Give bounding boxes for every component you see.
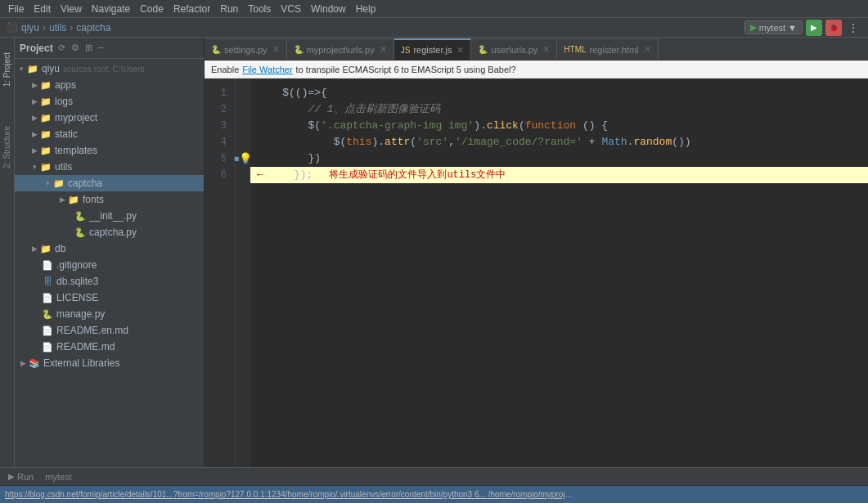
status-link[interactable]: https://blog.csdn.net/fomip/article/deta… — [5, 490, 578, 499]
user-urls-tab-label: user\urls.py — [491, 45, 537, 55]
apps-label: apps — [55, 79, 76, 91]
user-urls-tab-close[interactable]: ✕ — [542, 44, 550, 55]
utils-label: utils — [55, 161, 72, 173]
menu-code[interactable]: Code — [135, 3, 169, 15]
gutter-4 — [237, 134, 249, 150]
tab-settings[interactable]: 🐍 settings.py ✕ — [205, 38, 287, 60]
logs-label: logs — [55, 96, 73, 107]
l4-indent — [257, 134, 334, 150]
captcha-py-icon: 🐍 — [74, 226, 87, 239]
tree-item-myproject[interactable]: ▶ 📁 myproject — [15, 110, 204, 126]
menu-vcs[interactable]: VCS — [276, 3, 306, 15]
gitignore-label: .gitignore — [56, 259, 97, 271]
static-folder-icon: 📁 — [39, 128, 52, 141]
tree-item-captcha-py[interactable]: 🐍 captcha.py — [15, 224, 204, 240]
static-label: static — [55, 128, 78, 140]
breadcrumb-app[interactable]: qiyu — [21, 22, 39, 34]
sync-icon[interactable]: ⟳ — [56, 42, 67, 54]
expand-icon[interactable]: ⊞ — [83, 42, 94, 54]
tree-item-license[interactable]: 📄 LICENSE — [15, 290, 204, 306]
tree-item-apps[interactable]: ▶ 📁 apps — [15, 77, 204, 93]
tree-item-logs[interactable]: ▶ 📁 logs — [15, 93, 204, 110]
tree-item-gitignore[interactable]: 📄 .gitignore — [15, 257, 204, 273]
more-button[interactable]: ⋮ — [845, 20, 861, 36]
debug-button[interactable]: 🐞 — [825, 20, 842, 36]
code-line-4: $(this).attr('src','/image_code/?rand=' … — [250, 134, 868, 150]
l1-paren: (( — [289, 85, 302, 101]
logs-folder-icon: 📁 — [39, 95, 52, 108]
line-num-4: 4 — [205, 134, 230, 150]
tree-item-templates[interactable]: ▶ 📁 templates — [15, 142, 204, 159]
db-folder-icon: 📁 — [39, 242, 52, 255]
line-num-5: 5 — [205, 150, 230, 167]
mytest-tab-label: mytest — [45, 472, 71, 482]
menu-window[interactable]: Window — [306, 3, 351, 15]
tree-item-manage[interactable]: 🐍 manage.py — [15, 306, 204, 322]
tree-item-ext-libs[interactable]: ▶ 📚 External Libraries — [15, 355, 204, 371]
bottom-tab-mytest[interactable]: mytest — [40, 470, 76, 483]
menu-edit[interactable]: Edit — [29, 3, 56, 15]
tree-item-db[interactable]: ▶ 📁 db — [15, 240, 204, 257]
structure-panel-toggle[interactable]: 2: Structure — [1, 123, 13, 172]
settings-tab-close[interactable]: ✕ — [272, 44, 280, 55]
tree-item-fonts[interactable]: ▶ 📁 fonts — [15, 191, 204, 208]
tab-user-urls[interactable]: 🐍 user\urls.py ✕ — [471, 38, 557, 60]
menu-view[interactable]: View — [56, 3, 87, 15]
tree-item-static[interactable]: ▶ 📁 static — [15, 126, 204, 142]
tree-item-captcha[interactable]: ▾ 📁 captcha — [15, 175, 204, 191]
run-button[interactable]: ▶ — [806, 20, 822, 36]
tab-register-js[interactable]: JS register.js ✕ — [394, 38, 472, 60]
tab-urls[interactable]: 🐍 myproject\urls.py ✕ — [287, 38, 394, 60]
code-content[interactable]: $(()=>{ // 1、点击刷新图像验证码 $('.captcha-graph… — [250, 79, 868, 467]
l1-arrow: )=> — [302, 85, 321, 101]
urls-tab-close[interactable]: ✕ — [380, 44, 387, 55]
tree-item-readme[interactable]: 📄 README.md — [15, 339, 204, 355]
run-config-icon: ▶ — [750, 22, 757, 33]
bottom-tab-run[interactable]: ▶ Run — [3, 470, 38, 483]
ext-libs-label: External Libraries — [43, 357, 119, 369]
tree-item-utils[interactable]: ▾ 📁 utils — [15, 159, 204, 175]
register-html-tab-icon: HTML — [564, 45, 586, 54]
register-html-tab-close[interactable]: ✕ — [644, 44, 651, 55]
fonts-folder-icon: 📁 — [67, 193, 80, 206]
sqlite-label: db.sqlite3 — [56, 276, 98, 287]
tree-item-sqlite[interactable]: 🗄 db.sqlite3 — [15, 273, 204, 290]
code-line-3: $('.captcha-graph-img img').click(functi… — [250, 118, 868, 134]
gutter-3 — [237, 118, 249, 134]
root-sub: sources root, C:\Users — [63, 65, 144, 74]
register-js-tab-close[interactable]: ✕ — [456, 45, 464, 56]
run-config-dropdown-icon: ▼ — [788, 23, 797, 33]
code-line-1: $(()=>{ — [250, 85, 868, 101]
license-label: LICENSE — [56, 292, 98, 303]
l1-indent — [257, 85, 282, 101]
fonts-arrow-icon: ▶ — [57, 195, 67, 204]
menu-file[interactable]: File — [3, 3, 29, 15]
run-config-selector[interactable]: ▶ mytest ▼ — [744, 20, 803, 34]
menu-refactor[interactable]: Refactor — [169, 3, 215, 15]
l3-function: function — [525, 118, 576, 134]
tab-register-html[interactable]: HTML register.html ✕ — [557, 38, 658, 60]
tree-item-readme-en[interactable]: 📄 README.en.md — [15, 322, 204, 339]
menu-tools[interactable]: Tools — [243, 3, 276, 15]
file-watcher-link[interactable]: File Watcher — [242, 65, 292, 74]
collapse-icon[interactable]: ─ — [97, 42, 106, 54]
gitignore-icon: 📄 — [41, 258, 54, 272]
tree-root[interactable]: ▾ 📁 qiyu sources root, C:\Users — [15, 61, 204, 77]
static-arrow-icon: ▶ — [29, 130, 39, 138]
line-num-3: 3 — [205, 118, 230, 134]
menu-run[interactable]: Run — [215, 3, 243, 15]
menu-help[interactable]: Help — [351, 3, 381, 15]
init-py-icon: 🐍 — [74, 209, 87, 222]
breadcrumb-captcha[interactable]: captcha — [76, 22, 110, 34]
panel-title: Project — [20, 43, 53, 54]
menu-navigate[interactable]: Navigate — [87, 3, 135, 15]
breadcrumb-utils[interactable]: utils — [49, 22, 66, 34]
l3-dollar: $ — [308, 118, 314, 134]
settings-tab-label: settings.py — [224, 45, 268, 55]
project-panel-toggle[interactable]: 1: Project — [1, 49, 13, 90]
run-config-label: mytest — [759, 23, 785, 33]
tree-item-init[interactable]: 🐍 __init__.py — [15, 208, 204, 224]
l1-dollar: $ — [282, 85, 289, 101]
db-arrow-icon: ▶ — [29, 245, 39, 253]
gear-icon[interactable]: ⚙ — [70, 42, 81, 54]
